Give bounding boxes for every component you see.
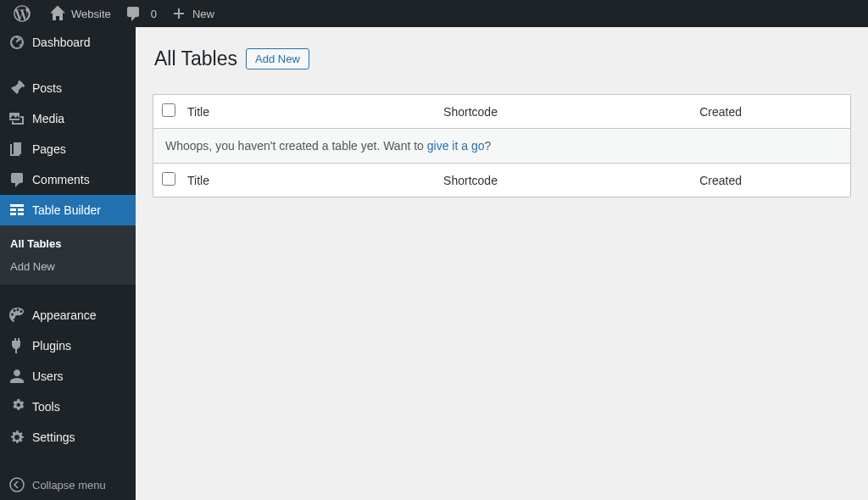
page-title: All Tables <box>154 47 237 70</box>
site-name-label: Website <box>71 8 111 20</box>
sidebar-item-label: Table Builder <box>32 203 101 218</box>
sidebar-item-posts[interactable]: Posts <box>0 73 136 103</box>
pin-icon <box>8 80 25 97</box>
sidebar-item-table-builder[interactable]: Table Builder <box>0 195 136 225</box>
settings-icon <box>8 429 25 446</box>
tables-list: Title Shortcode Created Whoops, you have… <box>153 94 851 197</box>
sidebar-item-label: Appearance <box>32 308 97 323</box>
sidebar-item-pages[interactable]: Pages <box>0 134 136 164</box>
sidebar-submenu: All Tables Add New <box>0 225 136 285</box>
sidebar-item-dashboard[interactable]: Dashboard <box>0 27 136 58</box>
column-footer-created[interactable]: Created <box>699 174 842 187</box>
sidebar-item-label: Tools <box>32 399 60 414</box>
tools-icon <box>8 398 25 415</box>
select-all-checkbox-top[interactable] <box>162 103 175 117</box>
submenu-item-all-tables[interactable]: All Tables <box>0 232 136 255</box>
empty-prefix-text: Whoops, you haven't created a table yet.… <box>165 139 427 153</box>
comments-link[interactable]: 0 <box>118 0 164 27</box>
comments-count: 0 <box>151 8 157 20</box>
home-icon <box>49 5 66 22</box>
media-icon <box>8 110 25 127</box>
empty-state-row: Whoops, you haven't created a table yet.… <box>153 128 850 164</box>
sidebar-item-label: Users <box>32 369 64 384</box>
sidebar-item-label: Comments <box>32 172 90 187</box>
appearance-icon <box>8 307 25 324</box>
comment-icon <box>125 5 142 22</box>
dashboard-icon <box>8 34 25 51</box>
sidebar-item-appearance[interactable]: Appearance <box>0 300 136 331</box>
column-footer-shortcode[interactable]: Shortcode <box>443 174 699 187</box>
table-header-row: Title Shortcode Created <box>153 95 850 128</box>
plugins-icon <box>8 337 25 354</box>
column-header-title[interactable]: Title <box>187 105 443 119</box>
select-all-checkbox-bottom[interactable] <box>162 172 175 186</box>
sidebar-item-label: Media <box>32 111 64 126</box>
add-new-button[interactable]: Add New <box>246 48 309 69</box>
table-footer-row: Title Shortcode Created <box>153 164 850 197</box>
sidebar-item-tools[interactable]: Tools <box>0 392 136 422</box>
users-icon <box>8 368 25 385</box>
sidebar-item-media[interactable]: Media <box>0 103 136 134</box>
column-header-shortcode[interactable]: Shortcode <box>443 105 699 119</box>
wp-logo-button[interactable] <box>7 0 42 27</box>
wordpress-logo-icon <box>14 5 31 22</box>
collapse-menu-button[interactable]: Collapse menu <box>0 469 136 500</box>
submenu-item-add-new[interactable]: Add New <box>0 255 136 278</box>
new-label: New <box>192 8 214 20</box>
sidebar-item-settings[interactable]: Settings <box>0 422 136 453</box>
pages-icon <box>8 141 25 158</box>
empty-state-link[interactable]: give it a go <box>427 139 485 153</box>
site-link[interactable]: Website <box>42 0 118 27</box>
column-footer-title[interactable]: Title <box>187 174 443 187</box>
empty-suffix-text: ? <box>485 139 492 153</box>
content-area: All Tables Add New Title Shortcode Creat… <box>136 27 868 500</box>
svg-point-0 <box>10 478 24 492</box>
plus-icon <box>170 5 187 22</box>
sidebar-item-comments[interactable]: Comments <box>0 164 136 195</box>
sidebar-item-label: Settings <box>32 430 75 445</box>
collapse-label: Collapse menu <box>32 479 106 492</box>
sidebar-item-label: Plugins <box>32 338 71 353</box>
sidebar-item-label: Pages <box>32 142 66 157</box>
sidebar-item-label: Dashboard <box>32 35 91 50</box>
sidebar-item-plugins[interactable]: Plugins <box>0 331 136 361</box>
sidebar-item-label: Posts <box>32 81 62 96</box>
sidebar-item-users[interactable]: Users <box>0 361 136 392</box>
table-icon <box>8 202 25 219</box>
new-content-link[interactable]: New <box>164 0 221 27</box>
column-header-created[interactable]: Created <box>699 105 842 119</box>
admin-topbar: Website 0 New <box>0 0 868 27</box>
admin-sidebar: Dashboard Posts Media Pages Comments Tab… <box>0 27 136 500</box>
comments-icon <box>8 171 25 188</box>
collapse-icon <box>8 476 25 493</box>
